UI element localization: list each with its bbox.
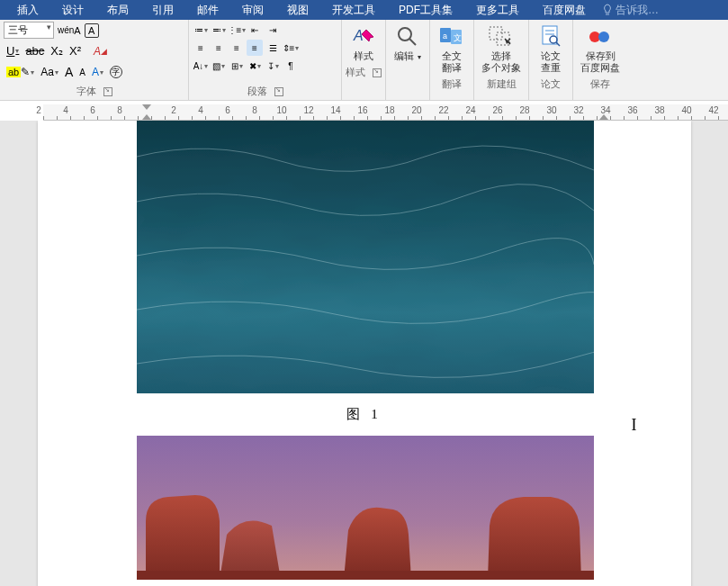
- styles-label: 样式: [354, 50, 373, 62]
- increase-indent-button[interactable]: ⇥: [265, 22, 281, 38]
- svg-rect-8: [490, 27, 502, 40]
- ruler-num: 20: [411, 105, 421, 115]
- save-line1: 保存到: [586, 50, 616, 61]
- translate-group: a文 全文翻译 翻译: [430, 20, 474, 100]
- image-1[interactable]: [137, 121, 691, 393]
- ruler-num: 28: [519, 105, 529, 115]
- align-left-button[interactable]: ≡: [193, 40, 209, 56]
- clear-format-button[interactable]: A◢: [91, 43, 110, 59]
- tab-layout[interactable]: 布局: [95, 0, 140, 20]
- styles-dialog-launcher[interactable]: [373, 68, 382, 77]
- font-group-label: 字体: [76, 85, 96, 98]
- ruler-num: 8: [117, 105, 122, 115]
- styles-icon: A: [349, 23, 378, 49]
- subscript-button[interactable]: X₂: [48, 42, 66, 59]
- image-caption-1[interactable]: 图 1: [38, 393, 691, 436]
- char-border-button[interactable]: A: [85, 23, 99, 38]
- ruler-num: 18: [384, 105, 394, 115]
- ruler-num: 16: [357, 105, 367, 115]
- distribute-button[interactable]: ☰: [265, 40, 281, 56]
- para-spacing-button[interactable]: ↧: [265, 58, 281, 74]
- phonetic-guide-button[interactable]: wénA: [55, 23, 84, 38]
- styles-button[interactable]: A 样式: [346, 22, 382, 64]
- left-indent-marker[interactable]: [142, 114, 151, 120]
- image-2[interactable]: [137, 436, 691, 580]
- svg-point-2: [399, 28, 411, 41]
- case-button[interactable]: Aa: [38, 64, 61, 80]
- align-center-button[interactable]: ≡: [211, 40, 227, 56]
- select-icon: [487, 23, 516, 49]
- save-cloud-button[interactable]: 保存到百度网盘: [577, 22, 624, 76]
- tab-design[interactable]: 设计: [50, 0, 95, 20]
- bullets-button[interactable]: ≔: [193, 22, 209, 38]
- tab-insert[interactable]: 插入: [5, 0, 50, 20]
- tab-pdf[interactable]: PDF工具集: [387, 0, 464, 20]
- tell-me[interactable]: 告诉我…: [598, 3, 659, 18]
- multilevel-button[interactable]: ⋮≡: [229, 22, 245, 38]
- first-line-indent-marker[interactable]: [142, 104, 151, 110]
- save-group: 保存到百度网盘 保存: [573, 20, 627, 100]
- ruler-num: 6: [90, 105, 95, 115]
- paragraph-group: ≔ ≕ ⋮≡ ⇤ ⇥ ≡ ≡ ≡ ≡ ☰ ⇕≡ A↓ ▧ ⊞ ✖ ↧ ¶ 段落: [189, 20, 342, 100]
- tab-devtools[interactable]: 开发工具: [320, 0, 387, 20]
- highlight-button[interactable]: ab✎: [4, 64, 37, 80]
- numbering-button[interactable]: ≕: [211, 22, 227, 38]
- text-direction-button[interactable]: A↓: [193, 58, 209, 74]
- translate-line2: 翻译: [442, 62, 462, 73]
- svg-rect-21: [137, 571, 594, 580]
- paper-review-button[interactable]: 论文查重: [533, 22, 569, 76]
- review-group-label: 论文: [533, 76, 569, 93]
- select-line1: 选择: [491, 50, 511, 61]
- ruler-num: 24: [465, 105, 475, 115]
- superscript-button[interactable]: X²: [67, 42, 84, 59]
- translate-button[interactable]: a文 全文翻译: [434, 22, 470, 76]
- enclose-char-button[interactable]: 字: [107, 64, 125, 80]
- underline-button[interactable]: U: [4, 42, 22, 59]
- ribbon-tabs: 插入 设计 布局 引用 邮件 审阅 视图 开发工具 PDF工具集 更多工具 百度…: [0, 0, 728, 20]
- show-marks-button[interactable]: ¶: [283, 58, 299, 74]
- strikethrough-button[interactable]: abc: [22, 42, 47, 59]
- font-size-combo[interactable]: 三号: [4, 22, 54, 39]
- ruler-num: 30: [546, 105, 556, 115]
- edit-label: 编辑: [394, 50, 414, 61]
- save-group-label: 保存: [577, 76, 624, 93]
- translate-group-label: 翻译: [434, 76, 470, 93]
- line-spacing-button[interactable]: ⇕≡: [283, 40, 299, 56]
- ruler-num: 12: [303, 105, 313, 115]
- ruler-num: 42: [708, 105, 718, 115]
- shrink-font-button[interactable]: A: [76, 66, 88, 79]
- char-shading-button[interactable]: A: [89, 64, 106, 80]
- document-canvas[interactable]: 图 1 I: [0, 121, 728, 586]
- horizontal-ruler[interactable]: 8642246810121416182022242628303234363840…: [43, 104, 728, 121]
- tell-me-text: 告诉我…: [616, 3, 659, 18]
- ruler-num: 8: [252, 105, 257, 115]
- tab-review[interactable]: 审阅: [230, 0, 275, 20]
- svg-text:A: A: [353, 28, 364, 43]
- decrease-indent-button[interactable]: ⇤: [247, 22, 263, 38]
- tab-baidu[interactable]: 百度网盘: [531, 0, 598, 20]
- shading-button[interactable]: ▧: [211, 58, 227, 74]
- svg-text:a: a: [443, 32, 447, 41]
- ruler-num: 22: [438, 105, 448, 115]
- paragraph-dialog-launcher[interactable]: [274, 87, 283, 96]
- cloud-icon: [586, 23, 615, 49]
- align-right-button[interactable]: ≡: [229, 40, 245, 56]
- select-group: 选择多个对象 新建组: [474, 20, 529, 100]
- select-multiple-button[interactable]: 选择多个对象: [478, 22, 525, 76]
- svg-text:文: 文: [454, 33, 462, 42]
- tab-view[interactable]: 视图: [275, 0, 320, 20]
- ruler-num: 40: [681, 105, 691, 115]
- font-dialog-launcher[interactable]: [103, 87, 112, 96]
- tab-reference[interactable]: 引用: [140, 0, 185, 20]
- grow-font-button[interactable]: A: [62, 63, 76, 81]
- borders-button[interactable]: ⊞: [229, 58, 245, 74]
- edit-button[interactable]: 编辑 ▾: [390, 22, 426, 65]
- align-justify-button[interactable]: ≡: [247, 40, 263, 56]
- ruler-num: 10: [276, 105, 286, 115]
- tab-more[interactable]: 更多工具: [464, 0, 531, 20]
- sort-button[interactable]: ✖: [247, 58, 263, 74]
- ruler-num: 14: [330, 105, 340, 115]
- ruler-num: 38: [654, 105, 664, 115]
- ruler-num: 6: [225, 105, 230, 115]
- tab-mail[interactable]: 邮件: [185, 0, 230, 20]
